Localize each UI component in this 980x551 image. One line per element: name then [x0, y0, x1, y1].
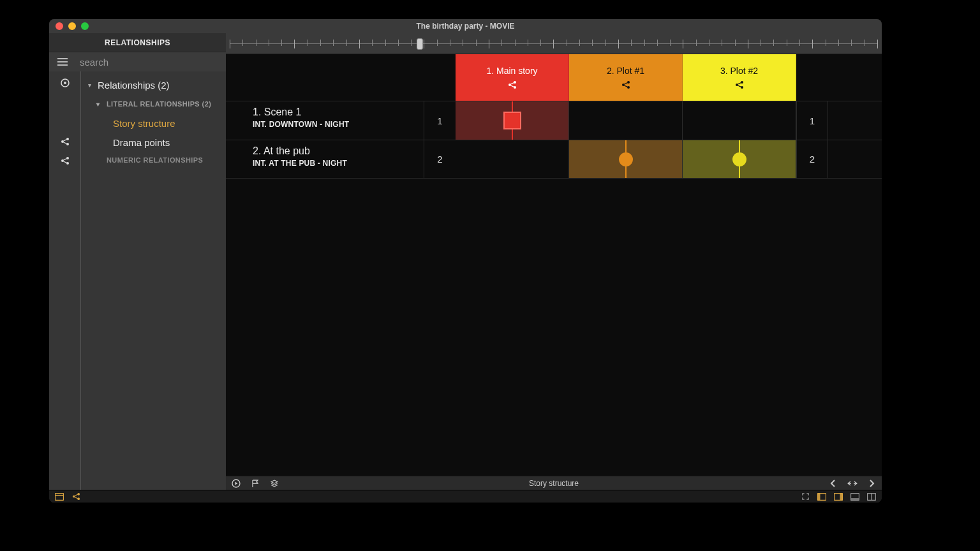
sidebar-search-bar	[49, 52, 226, 71]
app-body: RELATIONSHIPS	[49, 33, 882, 490]
close-window-button[interactable]	[56, 22, 63, 30]
svg-point-4	[66, 143, 69, 145]
chevron-down-icon: ▾	[85, 82, 94, 89]
svg-point-12	[627, 81, 630, 84]
footer-view-label: Story structure	[529, 479, 579, 488]
svg-point-13	[627, 86, 630, 89]
plot-cell-plot2[interactable]	[683, 101, 796, 140]
status-right-icons	[800, 492, 877, 502]
search-input[interactable]	[76, 57, 226, 68]
sidebar-item-drama-points[interactable]: Drama points	[81, 133, 226, 152]
flag-icon[interactable]	[250, 478, 260, 489]
plot-cell-main-story[interactable]	[456, 101, 569, 140]
svg-point-3	[66, 138, 69, 140]
sidebar-icon-rail	[49, 71, 81, 490]
plot-header-plot1[interactable]: 2. Plot #1	[569, 54, 683, 101]
panel-right-icon[interactable]	[833, 492, 843, 502]
tree-root-label: Relationships (2)	[98, 80, 170, 91]
relationship-grid: 1. Main story 2. Plot #1 3. Plot #2	[226, 54, 882, 476]
titlebar[interactable]: The birthday party - MOVIE	[49, 19, 882, 33]
panel-bottom-icon[interactable]	[850, 492, 860, 502]
tree-section-literal[interactable]: ▾ LITERAL RELATIONSHIPS (2)	[81, 94, 226, 114]
main-panel: 1. Main story 2. Plot #1 3. Plot #2	[226, 33, 882, 490]
tree-root[interactable]: ▾ Relationships (2)	[81, 75, 226, 94]
scene-number-right: 2	[796, 140, 828, 178]
chevron-down-icon: ▾	[94, 101, 103, 108]
share-icon	[507, 80, 517, 90]
tree-item-label: Story structure	[113, 118, 175, 129]
layers-icon[interactable]	[269, 478, 279, 489]
svg-point-16	[741, 86, 743, 89]
svg-point-22	[77, 497, 80, 500]
zoom-window-button[interactable]	[81, 22, 89, 30]
scene-title: 1. Scene 1	[253, 107, 424, 118]
svg-point-1	[64, 82, 66, 84]
marker-square-icon[interactable]	[503, 112, 521, 129]
window-title: The birthday party - MOVIE	[416, 22, 514, 31]
sidebar-item-story-structure[interactable]: Story structure	[81, 114, 226, 133]
panel-left-icon[interactable]	[817, 492, 827, 502]
sidebar-menu-button[interactable]	[49, 57, 76, 67]
svg-rect-28	[851, 498, 859, 501]
svg-point-15	[741, 81, 743, 84]
scene-number-left: 2	[424, 140, 456, 178]
ruler-playhead[interactable]	[417, 38, 423, 50]
timeline-ruler[interactable]	[226, 33, 882, 54]
ruler-ticks	[230, 40, 878, 48]
chevron-right-icon[interactable]	[866, 478, 877, 489]
scene-cell[interactable]: 1. Scene 1 INT. DOWNTOWN - NIGHT	[226, 101, 424, 140]
grid-header-row: 1. Main story 2. Plot #1 3. Plot #2	[226, 54, 882, 101]
app-status-bar	[49, 490, 882, 503]
window-controls	[49, 22, 89, 30]
play-icon[interactable]	[231, 478, 241, 489]
scene-number-right: 1	[796, 101, 828, 140]
tree-section-label: NUMERIC RELATIONSHIPS	[107, 156, 203, 164]
grid-trailing	[828, 101, 879, 140]
fit-width-icon[interactable]	[847, 478, 858, 489]
svg-point-7	[66, 162, 69, 165]
plot-header-main-story[interactable]: 1. Main story	[456, 54, 569, 101]
svg-point-10	[514, 86, 516, 89]
layout-icon[interactable]	[54, 492, 64, 502]
marker-circle-icon[interactable]	[619, 152, 633, 166]
share-icon	[734, 80, 745, 90]
sidebar: RELATIONSHIPS	[49, 33, 226, 490]
tree-item-label: Drama points	[113, 137, 170, 148]
fullscreen-icon[interactable]	[800, 492, 810, 502]
share-icon	[621, 80, 631, 90]
grid-trailing	[828, 140, 879, 178]
sidebar-content: ▾ Relationships (2) ▾ LITERAL RELATIONSH…	[49, 71, 226, 490]
plot-cell-plot2[interactable]	[683, 140, 796, 178]
minimize-window-button[interactable]	[68, 22, 76, 30]
target-icon[interactable]	[60, 78, 70, 88]
plot-cell-plot1[interactable]	[569, 101, 683, 140]
footer-right-icons	[828, 478, 877, 489]
hamburger-icon	[57, 57, 68, 67]
svg-point-9	[514, 81, 516, 84]
plot-header-plot2[interactable]: 3. Plot #2	[683, 54, 796, 101]
chevron-left-icon[interactable]	[828, 478, 838, 489]
scene-cell[interactable]: 2. At the pub INT. AT THE PUB - NIGHT	[226, 140, 424, 178]
plot-header-label: 1. Main story	[486, 66, 537, 76]
plot-cell-plot1[interactable]	[569, 140, 683, 178]
svg-rect-18	[56, 493, 64, 500]
panel-split-icon[interactable]	[866, 492, 877, 502]
sidebar-tree: ▾ Relationships (2) ▾ LITERAL RELATIONSH…	[81, 71, 226, 490]
scene-location: INT. AT THE PUB - NIGHT	[253, 159, 424, 168]
main-footer: Story structure	[226, 476, 882, 490]
plot-cell-main-story[interactable]	[456, 140, 569, 178]
marker-circle-icon[interactable]	[732, 152, 746, 166]
scene-number-left: 1	[424, 101, 456, 140]
tree-section-numeric[interactable]: NUMERIC RELATIONSHIPS	[81, 152, 226, 168]
scene-title: 2. At the pub	[253, 145, 424, 157]
share-icon[interactable]	[71, 492, 81, 502]
svg-point-21	[77, 493, 80, 496]
share-icon[interactable]	[60, 136, 70, 147]
share-icon[interactable]	[60, 156, 70, 166]
app-window: The birthday party - MOVIE RELATIONSHIPS	[49, 19, 882, 503]
scene-location: INT. DOWNTOWN - NIGHT	[253, 120, 424, 129]
grid-blank-corner	[226, 54, 456, 101]
svg-rect-24	[818, 493, 820, 500]
scene-row: 2. At the pub INT. AT THE PUB - NIGHT 2 …	[226, 140, 882, 179]
plot-header-label: 3. Plot #2	[720, 66, 758, 76]
